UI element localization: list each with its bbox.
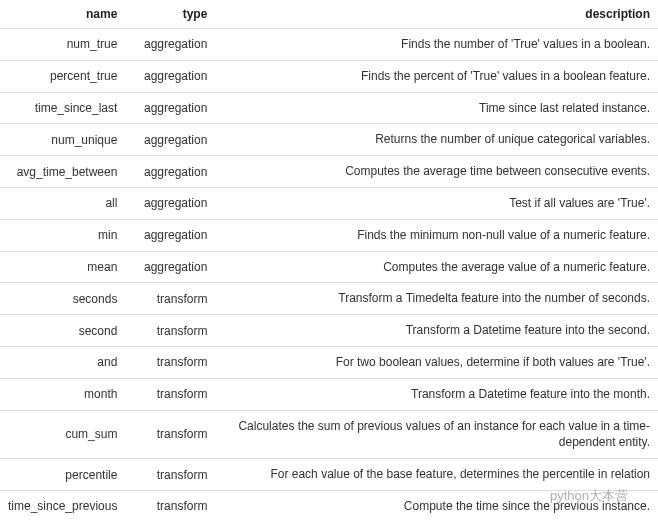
cell-description: Calculates the sum of previous values of… bbox=[215, 410, 658, 459]
cell-description: Transform a Datetime feature into the se… bbox=[215, 315, 658, 347]
cell-type: transform bbox=[125, 378, 215, 410]
cell-description: Finds the percent of 'True' values in a … bbox=[215, 60, 658, 92]
cell-type: transform bbox=[125, 490, 215, 520]
cell-type: aggregation bbox=[125, 29, 215, 61]
table-row: minaggregationFinds the minimum non-null… bbox=[0, 219, 658, 251]
cell-name: avg_time_between bbox=[0, 156, 125, 188]
cell-name: and bbox=[0, 346, 125, 378]
table-row: andtransformFor two boolean values, dete… bbox=[0, 346, 658, 378]
table-row: num_trueaggregationFinds the number of '… bbox=[0, 29, 658, 61]
cell-name: percentile bbox=[0, 459, 125, 491]
cell-type: transform bbox=[125, 346, 215, 378]
cell-type: aggregation bbox=[125, 124, 215, 156]
cell-name: cum_sum bbox=[0, 410, 125, 459]
cell-description: For each value of the base feature, dete… bbox=[215, 459, 658, 491]
cell-description: For two boolean values, determine if bot… bbox=[215, 346, 658, 378]
cell-name: num_unique bbox=[0, 124, 125, 156]
table-row: percentiletransformFor each value of the… bbox=[0, 459, 658, 491]
table-row: time_since_lastaggregationTime since las… bbox=[0, 92, 658, 124]
table-row: secondtransformTransform a Datetime feat… bbox=[0, 315, 658, 347]
cell-type: transform bbox=[125, 459, 215, 491]
table-row: percent_trueaggregationFinds the percent… bbox=[0, 60, 658, 92]
cell-name: month bbox=[0, 378, 125, 410]
cell-description: Returns the number of unique categorical… bbox=[215, 124, 658, 156]
header-row: name type description bbox=[0, 0, 658, 29]
cell-description: Test if all values are 'True'. bbox=[215, 187, 658, 219]
cell-description: Transform a Timedelta feature into the n… bbox=[215, 283, 658, 315]
cell-type: transform bbox=[125, 283, 215, 315]
cell-type: transform bbox=[125, 410, 215, 459]
cell-type: aggregation bbox=[125, 251, 215, 283]
cell-name: all bbox=[0, 187, 125, 219]
table-row: monthtransformTransform a Datetime featu… bbox=[0, 378, 658, 410]
primitives-table: name type description num_trueaggregatio… bbox=[0, 0, 658, 520]
cell-name: min bbox=[0, 219, 125, 251]
cell-type: aggregation bbox=[125, 156, 215, 188]
cell-name: time_since_previous bbox=[0, 490, 125, 520]
cell-name: percent_true bbox=[0, 60, 125, 92]
cell-description: Computes the average time between consec… bbox=[215, 156, 658, 188]
table-row: allaggregationTest if all values are 'Tr… bbox=[0, 187, 658, 219]
cell-name: mean bbox=[0, 251, 125, 283]
cell-description: Time since last related instance. bbox=[215, 92, 658, 124]
table-row: meanaggregationComputes the average valu… bbox=[0, 251, 658, 283]
header-name: name bbox=[0, 0, 125, 29]
cell-description: Finds the number of 'True' values in a b… bbox=[215, 29, 658, 61]
cell-type: aggregation bbox=[125, 187, 215, 219]
cell-name: seconds bbox=[0, 283, 125, 315]
table-row: secondstransformTransform a Timedelta fe… bbox=[0, 283, 658, 315]
cell-description: Transform a Datetime feature into the mo… bbox=[215, 378, 658, 410]
cell-description: Compute the time since the previous inst… bbox=[215, 490, 658, 520]
cell-type: aggregation bbox=[125, 92, 215, 124]
table-row: avg_time_betweenaggregationComputes the … bbox=[0, 156, 658, 188]
cell-name: num_true bbox=[0, 29, 125, 61]
table-row: time_since_previoustransformCompute the … bbox=[0, 490, 658, 520]
table-row: num_uniqueaggregationReturns the number … bbox=[0, 124, 658, 156]
cell-name: second bbox=[0, 315, 125, 347]
cell-name: time_since_last bbox=[0, 92, 125, 124]
cell-type: aggregation bbox=[125, 60, 215, 92]
header-type: type bbox=[125, 0, 215, 29]
cell-type: transform bbox=[125, 315, 215, 347]
header-description: description bbox=[215, 0, 658, 29]
cell-description: Computes the average value of a numeric … bbox=[215, 251, 658, 283]
cell-description: Finds the minimum non-null value of a nu… bbox=[215, 219, 658, 251]
cell-type: aggregation bbox=[125, 219, 215, 251]
table-row: cum_sumtransformCalculates the sum of pr… bbox=[0, 410, 658, 459]
